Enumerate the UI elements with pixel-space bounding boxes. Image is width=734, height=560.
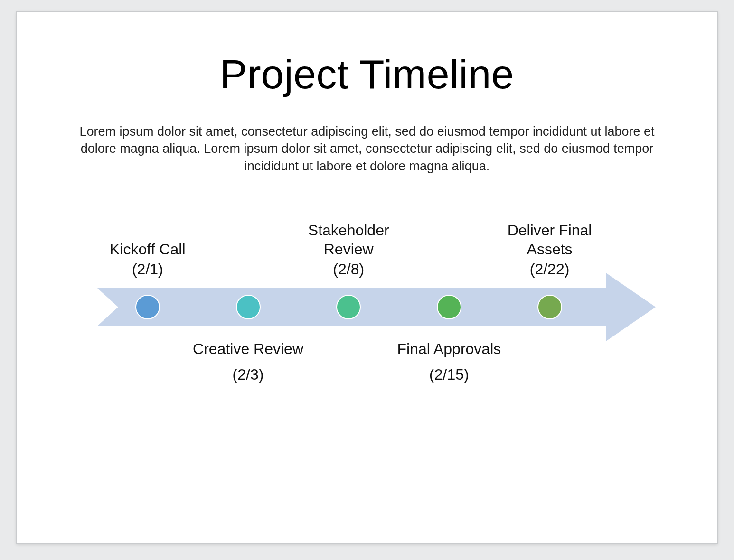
milestone-date: (2/1) bbox=[86, 260, 209, 279]
timeline-marker bbox=[437, 295, 461, 319]
milestone-date: (2/8) bbox=[287, 260, 410, 279]
timeline-marker bbox=[135, 295, 160, 319]
canvas: Project Timeline Lorem ipsum dolor sit a… bbox=[0, 0, 734, 560]
milestone-name: Kickoff Call bbox=[110, 241, 185, 258]
milestone-name: Creative Review bbox=[193, 340, 303, 357]
timeline-label: Deliver Final Assets(2/22) bbox=[488, 221, 612, 279]
slide-subtitle: Lorem ipsum dolor sit amet, consectetur … bbox=[69, 123, 665, 175]
milestone-date: (2/22) bbox=[488, 260, 612, 279]
timeline-arrow: Kickoff Call(2/1)Creative Review(2/3)Sta… bbox=[97, 283, 656, 331]
milestone-name: Deliver Final Assets bbox=[508, 222, 592, 258]
milestone-name: Stakeholder Review bbox=[308, 222, 389, 258]
timeline-label: Stakeholder Review(2/8) bbox=[287, 221, 410, 279]
timeline-marker bbox=[236, 295, 261, 319]
timeline-marker bbox=[537, 295, 562, 319]
timeline-label: Final Approvals(2/15) bbox=[387, 339, 511, 384]
slide[interactable]: Project Timeline Lorem ipsum dolor sit a… bbox=[16, 11, 718, 544]
milestone-name: Final Approvals bbox=[397, 340, 501, 357]
timeline-label: Creative Review(2/3) bbox=[187, 339, 310, 384]
milestone-date: (2/3) bbox=[187, 365, 310, 384]
slide-title: Project Timeline bbox=[17, 51, 717, 98]
timeline-label: Kickoff Call(2/1) bbox=[86, 240, 209, 279]
timeline-markers: Kickoff Call(2/1)Creative Review(2/3)Sta… bbox=[97, 283, 656, 331]
milestone-date: (2/15) bbox=[387, 365, 511, 384]
timeline-marker bbox=[336, 295, 361, 319]
